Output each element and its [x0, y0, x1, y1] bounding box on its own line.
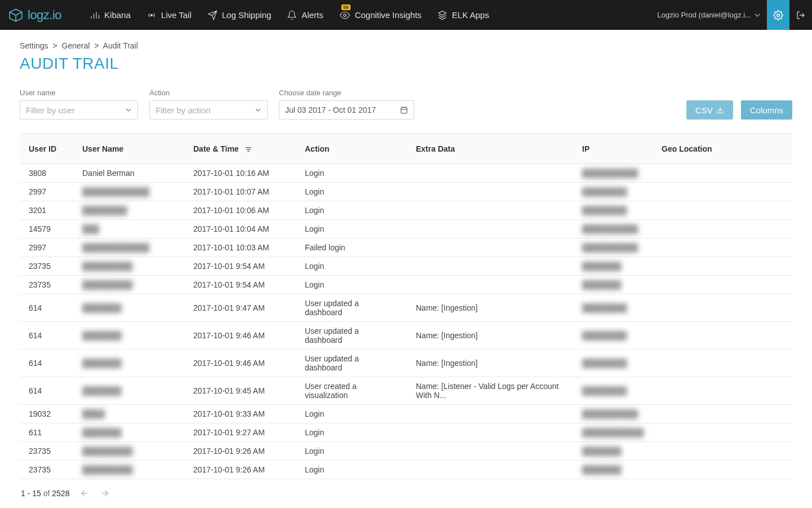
- cell-ip: ████████: [573, 294, 653, 322]
- cell-user-id: 611: [20, 423, 73, 442]
- cell-extra: [407, 164, 573, 183]
- breadcrumb-item[interactable]: General: [62, 41, 90, 50]
- cell-date-time: 2017-10-01 9:33 AM: [184, 405, 296, 423]
- cell-date-time: 2017-10-01 9:54 AM: [184, 257, 296, 276]
- cell-date-time: 2017-10-01 10:07 AM: [184, 183, 296, 201]
- arrow-right-icon: [100, 488, 110, 498]
- cell-user-id: 2997: [20, 238, 73, 257]
- cell-extra: [407, 220, 573, 238]
- chevron-down-icon: [125, 107, 132, 113]
- table-row: 614███████2017-10-01 9:46 AMUser updated…: [20, 322, 792, 350]
- csv-export-button[interactable]: CSV: [686, 100, 733, 120]
- action-filter-select[interactable]: Filter by action: [149, 100, 268, 120]
- page-title: AUDIT TRAIL: [20, 55, 792, 73]
- table-body: 3808Daniel Berman2017-10-01 10:16 AMLogi…: [20, 164, 792, 479]
- cell-user-name: █████████: [73, 276, 184, 294]
- page-content: Settings > General > Audit Trail AUDIT T…: [0, 30, 812, 508]
- cell-ip: ██████████: [573, 220, 653, 238]
- cell-action: Login: [296, 257, 407, 276]
- cell-geo: [653, 257, 792, 276]
- th-user-name[interactable]: User Name: [73, 134, 184, 164]
- th-geo[interactable]: Geo Location: [653, 134, 792, 164]
- cell-ip: ███████: [573, 257, 653, 276]
- cell-ip: ███████: [573, 276, 653, 294]
- cell-ip: ███████: [573, 442, 653, 461]
- cell-user-name: Daniel Berman: [73, 164, 184, 183]
- account-dropdown[interactable]: Logzio Prod (daniel@logz.i...: [651, 11, 767, 19]
- cell-date-time: 2017-10-01 9:46 AM: [184, 350, 296, 377]
- page-total: 2528: [52, 489, 69, 498]
- cell-geo: [653, 423, 792, 442]
- notification-badge: 99: [341, 5, 350, 10]
- gear-icon: [773, 10, 783, 20]
- nav-label: Live Tail: [161, 10, 192, 20]
- nav-item-kibana[interactable]: Kibana: [90, 10, 131, 20]
- cell-action: Login: [296, 276, 407, 294]
- cell-user-name: ████: [73, 405, 184, 423]
- cell-action: Login: [296, 405, 407, 423]
- eye-icon: [339, 10, 350, 20]
- cell-user-name: █████████: [73, 461, 184, 479]
- date-range-picker[interactable]: Jul 03 2017 - Oct 01 2017: [279, 100, 414, 120]
- next-page-button[interactable]: [100, 488, 110, 498]
- cell-geo: [653, 442, 792, 461]
- th-label: Date & Time: [193, 144, 239, 153]
- cell-action: User updated a dashboard: [296, 294, 407, 322]
- cell-extra: [407, 201, 573, 220]
- brand-logo[interactable]: logz.io: [8, 8, 61, 23]
- logout-button[interactable]: [789, 0, 812, 30]
- nav-label: ELK Apps: [452, 10, 489, 20]
- cell-geo: [653, 276, 792, 294]
- cell-user-id: 19032: [20, 405, 73, 423]
- cell-user-id: 3808: [20, 164, 73, 183]
- user-filter-select[interactable]: Filter by user: [20, 100, 138, 120]
- radio-icon: [147, 10, 157, 20]
- logo-icon: [8, 8, 23, 23]
- table-row: 614███████2017-10-01 9:45 AMUser created…: [20, 377, 792, 405]
- cell-ip: ████████: [573, 322, 653, 350]
- svg-rect-3: [401, 107, 407, 113]
- table-row: 2997████████████2017-10-01 10:03 AMFaile…: [20, 238, 792, 257]
- nav-item-logshipping[interactable]: Log Shipping: [207, 10, 272, 20]
- settings-button[interactable]: [767, 0, 789, 30]
- columns-button[interactable]: Columns: [741, 100, 792, 120]
- cell-extra: [407, 405, 573, 423]
- th-action[interactable]: Action: [296, 134, 407, 164]
- cell-date-time: 2017-10-01 10:16 AM: [184, 164, 296, 183]
- logout-icon: [796, 11, 805, 20]
- nav-item-alerts[interactable]: Alerts: [287, 10, 323, 20]
- nav-label: Cognitive Insights: [355, 10, 421, 20]
- of-label: of: [43, 489, 50, 498]
- table-row: 23735█████████2017-10-01 9:26 AMLogin███…: [20, 442, 792, 461]
- filter-label: Choose date range: [279, 89, 414, 97]
- cell-user-name: ████████████: [73, 183, 184, 201]
- th-date-time[interactable]: Date & Time: [184, 134, 296, 164]
- th-extra-data[interactable]: Extra Data: [407, 134, 573, 164]
- cell-user-name: ████████████: [73, 238, 184, 257]
- nav-item-cognitive[interactable]: 99 Cognitive Insights: [339, 10, 421, 20]
- cell-date-time: 2017-10-01 9:45 AM: [184, 377, 296, 405]
- breadcrumb-item[interactable]: Settings: [20, 41, 48, 50]
- breadcrumb-item[interactable]: Audit Trail: [103, 41, 138, 50]
- cell-ip: ██████████: [573, 238, 653, 257]
- cell-extra: Name: [Ingestion]: [407, 322, 573, 350]
- cell-geo: [653, 164, 792, 183]
- button-label: CSV: [695, 105, 713, 115]
- cell-user-id: 2997: [20, 183, 73, 201]
- nav-item-elkapps[interactable]: ELK Apps: [437, 10, 489, 20]
- cell-geo: [653, 322, 792, 350]
- prev-page-button[interactable]: [79, 488, 90, 498]
- nav-item-livetail[interactable]: Live Tail: [147, 10, 192, 20]
- cell-extra: Name: [Ingestion]: [407, 350, 573, 377]
- cell-user-id: 614: [20, 350, 73, 377]
- cell-user-name: ███████: [73, 350, 184, 377]
- table-row: 2997████████████2017-10-01 10:07 AMLogin…: [20, 183, 792, 201]
- th-user-id[interactable]: User ID: [20, 134, 73, 164]
- table-row: 23735█████████2017-10-01 9:26 AMLogin███…: [20, 461, 792, 479]
- account-label: Logzio Prod (daniel@logz.i...: [658, 11, 751, 19]
- cell-ip: ███████: [573, 461, 653, 479]
- cell-action: Login: [296, 164, 407, 183]
- cell-date-time: 2017-10-01 10:04 AM: [184, 220, 296, 238]
- th-ip[interactable]: IP: [573, 134, 653, 164]
- audit-table: User ID User Name Date & Time Action Ext…: [20, 134, 792, 479]
